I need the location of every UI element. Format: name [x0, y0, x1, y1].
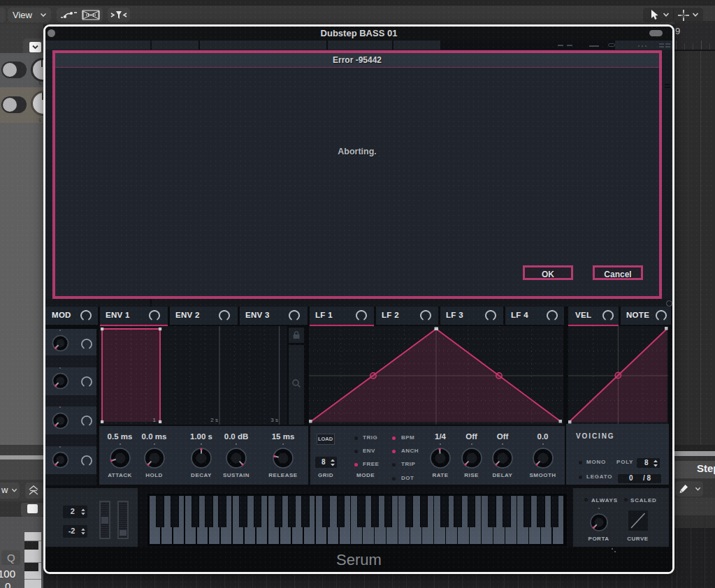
svg-text:3 s: 3 s — [270, 417, 278, 423]
svg-text:1: 1 — [152, 417, 156, 423]
svg-text:2 s: 2 s — [210, 417, 218, 423]
